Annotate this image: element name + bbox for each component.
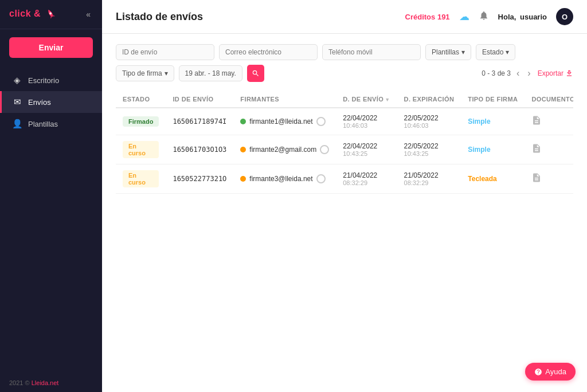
footer-link[interactable]: Lleida.net [32,379,59,386]
tipo-firma-cell: Tecleada [461,164,525,194]
bell-icon [479,10,489,23]
pending-circle-icon [316,117,326,126]
send-button[interactable]: Enviar [9,37,93,58]
avatar: O [556,8,573,25]
pagination-info: 0 - 3 de 3 ‹ › [482,67,533,80]
correo-input[interactable] [219,44,318,60]
envios-icon: ✉ [12,97,22,107]
plantillas-filter-label: Plantillas [432,48,459,56]
sidebar-item-label-envios: Envíos [28,98,51,107]
plantillas-filter[interactable]: Plantillas ▾ [425,44,471,60]
prev-page-button[interactable]: ‹ [514,67,522,80]
tipo-firma-filter[interactable]: Tipo de firma ▾ [116,65,174,81]
help-label: Ayuda [545,367,566,376]
table-row: En curso 165052277321O firmante3@lleida.… [116,164,573,194]
sidebar: click & « Enviar ◈ Escritorio ✉ Envíos � [0,0,102,392]
collapse-button[interactable]: « [84,9,93,20]
export-label: Exportar [538,69,563,77]
pagination-text: 0 - 3 de 3 [482,69,511,77]
escritorio-icon: ◈ [12,75,22,85]
table-row: Firmado 165061718974I firmante1@lleida.n… [116,108,573,135]
greeting-text: Hola, [498,13,516,21]
signer-status-dot [240,119,246,124]
tipo-firma-filter-label: Tipo de firma [122,69,162,77]
tipo-firma-value: Tecleada [468,175,496,183]
estado-cell: En curso [116,164,166,194]
date-range-filter[interactable]: 19 abr. - 18 may. [179,65,242,81]
firmante-cell: firmante2@gmail.com [233,135,336,164]
firmante-cell: firmante3@lleida.net [233,164,336,194]
chevron-down-icon-estado: ▾ [506,48,509,56]
table-row: En curso 165061703O1O3 firmante2@gmail.c… [116,135,573,164]
d-expiracion-cell: 22/05/2022 10:43:25 [397,135,461,164]
tipo-firma-cell: Simple [461,135,525,164]
cloud-icon: ☁ [459,10,469,23]
estado-filter[interactable]: Estado ▾ [476,44,515,60]
signer-email: firmante3@lleida.net [249,175,312,183]
d-expiracion-cell: 22/05/2022 10:46:03 [397,108,461,135]
signer-email: firmante1@lleida.net [249,117,312,126]
d-envio-cell: 22/04/2022 10:43:25 [336,135,397,164]
header-right: Créditos 191 ☁ Hola, usuario O [405,8,573,25]
footer-year: 2021 © [9,379,30,386]
main-content: Listado de envíos Créditos 191 ☁ Hola, u… [102,0,587,392]
sidebar-item-label-escritorio: Escritorio [28,76,59,85]
help-button[interactable]: Ayuda [525,363,576,381]
signer-status-dot [240,176,246,182]
d-envio-cell: 21/04/2022 08:32:29 [336,164,397,194]
id-envio-cell: 165061718974I [166,108,233,135]
export-button[interactable]: Exportar [538,69,573,77]
sidebar-item-label-plantillas: Plantillas [28,120,58,128]
documentos-cell [525,164,573,194]
tipo-firma-value: Simple [468,146,490,154]
document-icon[interactable] [531,175,542,185]
signer-status-dot [240,147,246,152]
credits-label-text: Créditos [405,13,436,21]
credits-label: Créditos 191 [405,13,450,21]
id-envio-cell: 165052277321O [166,164,233,194]
col-id-envio: ID DE ENVÍO [166,91,233,108]
status-badge: En curso [123,170,159,187]
d-expiracion-cell: 21/05/2022 08:32:29 [397,164,461,194]
sidebar-footer: 2021 © Lleida.net [0,374,102,392]
chevron-down-icon: ▾ [461,48,465,56]
firmante-cell: firmante1@lleida.net [233,108,336,135]
chevron-down-icon-tipo: ▾ [165,69,168,77]
document-icon[interactable] [531,117,542,127]
d-envio-cell: 22/04/2022 10:46:03 [336,108,397,135]
logo-text: click & [9,9,41,18]
document-icon[interactable] [531,146,542,155]
id-envio-input[interactable] [116,44,214,60]
estado-cell: Firmado [116,108,166,135]
search-button[interactable] [247,65,264,82]
col-documentos: DOCUMENTOS [525,91,573,108]
col-tipo-firma: TIPO DE FIRMA [461,91,525,108]
sidebar-item-plantillas[interactable]: 👤 Plantillas [0,113,102,135]
estado-filter-label: Estado [482,48,503,56]
telefono-input[interactable] [322,44,421,60]
sidebar-nav: ◈ Escritorio ✉ Envíos 👤 Plantillas [0,66,102,374]
content-area: Plantillas ▾ Estado ▾ Tipo de firma ▾ 19… [102,34,587,392]
pending-circle-icon [320,145,329,154]
sidebar-item-envios[interactable]: ✉ Envíos [0,91,102,113]
sidebar-header: click & « [0,0,102,29]
next-page-button[interactable]: › [525,67,533,80]
table-container: ESTADO ID DE ENVÍO FIRMANTES D. DE ENVÍO… [116,91,573,194]
main-header: Listado de envíos Créditos 191 ☁ Hola, u… [102,0,587,34]
sidebar-item-escritorio[interactable]: ◈ Escritorio [0,69,102,91]
date-range-text: 19 abr. - 18 may. [185,69,236,77]
credits-value: 191 [437,13,450,21]
page-title: Listado de envíos [116,11,203,23]
id-envio-cell: 165061703O1O3 [166,135,233,164]
pending-circle-icon [316,174,326,183]
col-d-envio: D. DE ENVÍO▼ [336,91,397,108]
logo: click & [9,8,57,21]
documentos-cell [525,108,573,135]
username: usuario [520,13,547,21]
status-badge: Firmado [123,116,159,127]
filter-bar: Plantillas ▾ Estado ▾ Tipo de firma ▾ 19… [116,44,573,82]
tipo-firma-value: Simple [468,117,490,126]
plantillas-icon: 👤 [12,119,22,129]
col-firmantes: FIRMANTES [233,91,336,108]
tipo-firma-cell: Simple [461,108,525,135]
